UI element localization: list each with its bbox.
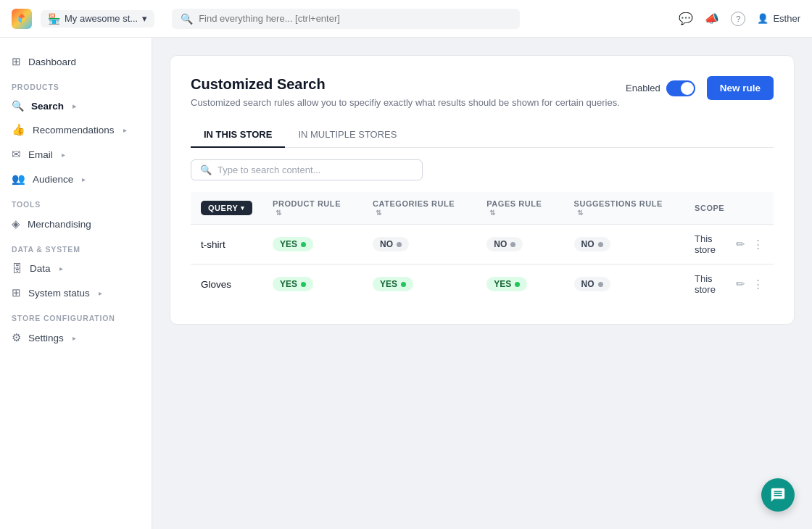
chevron-right-icon: ▸ bbox=[99, 289, 102, 297]
pages-rule-badge: NO bbox=[486, 237, 523, 251]
row-actions: ✏ ⋮ bbox=[736, 238, 763, 251]
layout: ⊞ Dashboard PRODUCTS 🔍 Search ▸ 👍 Recomm… bbox=[0, 38, 812, 529]
chevron-down-icon: ▾ bbox=[142, 13, 147, 24]
user-menu[interactable]: 👤 Esther bbox=[757, 13, 800, 24]
header-actions: Enabled New rule bbox=[626, 76, 774, 100]
sidebar-section-products: PRODUCTS bbox=[0, 74, 152, 94]
new-rule-button[interactable]: New rule bbox=[707, 76, 774, 100]
chat-bubble[interactable] bbox=[761, 478, 795, 512]
cell-product-rule: YES bbox=[262, 264, 362, 304]
suggestions-rule-badge: NO bbox=[574, 277, 610, 291]
chevron-right-icon: ▸ bbox=[72, 334, 76, 342]
query-badge[interactable]: QUERY ▾ bbox=[201, 201, 252, 215]
sidebar-section-store-config: STORE CONFIGURATION bbox=[0, 305, 152, 325]
col-scope: SCOPE bbox=[684, 192, 774, 225]
status-dot-gray bbox=[598, 282, 603, 287]
cell-scope: This store ✏ ⋮ bbox=[684, 225, 774, 264]
table-row: t-shirt YES NO bbox=[191, 225, 774, 264]
enabled-label: Enabled bbox=[626, 83, 660, 93]
edit-icon[interactable]: ✏ bbox=[736, 238, 745, 251]
sidebar-item-system-status[interactable]: ⊞ System status ▸ bbox=[0, 280, 152, 305]
tab-this-store[interactable]: IN THIS STORE bbox=[191, 122, 285, 148]
filter-search-icon: 🔍 bbox=[200, 164, 212, 175]
cell-product-rule: YES bbox=[262, 225, 362, 264]
status-dot-green bbox=[301, 242, 306, 247]
product-rule-badge: YES bbox=[273, 277, 313, 291]
col-query: QUERY ▾ bbox=[191, 192, 262, 225]
page-description: Customized search rules allow you to spe… bbox=[191, 97, 620, 108]
sidebar-item-label: Merchandising bbox=[28, 219, 91, 230]
sidebar-item-search[interactable]: 🔍 Search ▸ bbox=[0, 94, 152, 117]
cell-query: Gloves bbox=[191, 264, 262, 304]
suggestions-rule-badge: NO bbox=[574, 237, 610, 251]
system-icon: ⊞ bbox=[12, 286, 21, 299]
page-title: Customized Search bbox=[191, 76, 620, 93]
sort-icon: ⇅ bbox=[376, 209, 382, 217]
sidebar-item-dashboard[interactable]: ⊞ Dashboard bbox=[0, 49, 152, 74]
table-body: t-shirt YES NO bbox=[191, 225, 774, 304]
sidebar-item-email[interactable]: ✉ Email ▸ bbox=[0, 142, 152, 167]
sidebar-item-label: Audience bbox=[33, 174, 73, 185]
chevron-right-icon: ▸ bbox=[72, 102, 76, 110]
sidebar-section-tools: TOOLS bbox=[0, 191, 152, 212]
store-selector[interactable]: 🏪 My awesome st... ▾ bbox=[41, 10, 154, 28]
sidebar-item-data[interactable]: 🗄 Data ▸ bbox=[0, 257, 152, 280]
topnav-right: 💬 📣 ? 👤 Esther bbox=[679, 12, 800, 26]
search-icon: 🔍 bbox=[181, 13, 193, 25]
chevron-right-icon: ▸ bbox=[59, 264, 63, 272]
categories-rule-badge: NO bbox=[373, 237, 409, 251]
sidebar: ⊞ Dashboard PRODUCTS 🔍 Search ▸ 👍 Recomm… bbox=[0, 38, 152, 529]
sidebar-item-audience[interactable]: 👥 Audience ▸ bbox=[0, 167, 152, 191]
col-product-rule: PRODUCT RULE ⇅ bbox=[262, 192, 362, 225]
notifications-icon[interactable]: 💬 bbox=[679, 12, 693, 25]
main-content: Customized Search Customized search rule… bbox=[152, 38, 812, 529]
chevron-right-icon: ▸ bbox=[123, 126, 127, 134]
audience-icon: 👥 bbox=[12, 172, 25, 186]
chevron-down-icon: ▾ bbox=[241, 204, 245, 212]
store-tabs: IN THIS STORE IN MULTIPLE STORES bbox=[191, 122, 774, 148]
cell-suggestions-rule: NO bbox=[564, 225, 685, 264]
card-header: Customized Search Customized search rule… bbox=[191, 76, 774, 108]
categories-rule-badge: YES bbox=[373, 277, 413, 291]
dashboard-icon: ⊞ bbox=[12, 55, 21, 68]
status-dot-gray bbox=[598, 242, 603, 247]
enabled-toggle[interactable] bbox=[666, 80, 695, 96]
global-search: 🔍 bbox=[172, 9, 520, 29]
sidebar-item-label: Recommendations bbox=[33, 125, 115, 136]
sort-icon: ⇅ bbox=[276, 209, 282, 217]
cell-categories-rule: NO bbox=[362, 225, 476, 264]
announcements-icon[interactable]: 📣 bbox=[705, 12, 719, 25]
chevron-right-icon: ▸ bbox=[82, 175, 86, 183]
edit-icon[interactable]: ✏ bbox=[736, 278, 745, 291]
settings-icon: ⚙ bbox=[12, 331, 21, 344]
tab-multiple-stores[interactable]: IN MULTIPLE STORES bbox=[285, 122, 410, 148]
cell-categories-rule: YES bbox=[362, 264, 476, 304]
recommendations-icon: 👍 bbox=[12, 123, 25, 136]
sidebar-item-label: Data bbox=[30, 263, 51, 274]
more-icon[interactable]: ⋮ bbox=[753, 278, 763, 291]
sidebar-item-settings[interactable]: ⚙ Settings ▸ bbox=[0, 325, 152, 350]
sidebar-item-merchandising[interactable]: ◈ Merchandising bbox=[0, 212, 152, 236]
table-header: QUERY ▾ PRODUCT RULE ⇅ CATEGORIES RULE ⇅ bbox=[191, 192, 774, 225]
search-nav-icon: 🔍 bbox=[12, 100, 24, 112]
topnav: 🏪 My awesome st... ▾ 🔍 💬 📣 ? 👤 Esther bbox=[0, 0, 812, 38]
store-icon: 🏪 bbox=[48, 13, 60, 25]
cell-query: t-shirt bbox=[191, 225, 262, 264]
cell-pages-rule: YES bbox=[476, 264, 563, 304]
more-icon[interactable]: ⋮ bbox=[753, 238, 763, 251]
app-logo[interactable] bbox=[12, 9, 32, 29]
col-categories-rule: CATEGORIES RULE ⇅ bbox=[362, 192, 476, 225]
sidebar-item-label: System status bbox=[28, 288, 90, 299]
sidebar-item-recommendations[interactable]: 👍 Recommendations ▸ bbox=[0, 117, 152, 142]
sidebar-item-label: Search bbox=[31, 101, 64, 112]
cell-suggestions-rule: NO bbox=[564, 264, 685, 304]
global-search-input[interactable] bbox=[199, 13, 511, 24]
sort-icon: ⇅ bbox=[577, 209, 584, 217]
status-dot-green bbox=[515, 282, 520, 287]
store-name: My awesome st... bbox=[65, 13, 138, 24]
card-header-text: Customized Search Customized search rule… bbox=[191, 76, 620, 108]
sidebar-item-label: Dashboard bbox=[28, 57, 76, 67]
help-icon[interactable]: ? bbox=[731, 12, 745, 26]
filter-search-input[interactable] bbox=[218, 164, 413, 175]
col-pages-rule: PAGES RULE ⇅ bbox=[476, 192, 563, 225]
